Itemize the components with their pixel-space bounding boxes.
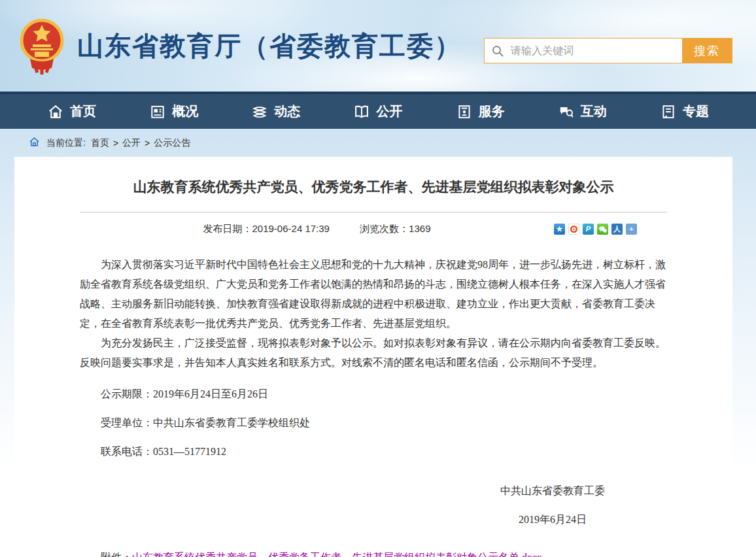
disclosure-icon xyxy=(353,103,370,120)
news-icon xyxy=(251,103,268,120)
accepting-unit-line: 受理单位：中共山东省委教育工委学校组织处 xyxy=(80,413,667,433)
contact-phone-line: 联系电话：0531—51771912 xyxy=(80,442,667,462)
notice-period-line: 公示期限：2019年6月24日至6月26日 xyxy=(80,384,667,404)
nav-item-home[interactable]: 首页 xyxy=(47,103,96,120)
share-toolbar: ★ P 人 xyxy=(554,224,637,235)
search-input[interactable] xyxy=(511,39,682,63)
share-sina-weibo-icon[interactable] xyxy=(568,224,579,235)
topics-icon xyxy=(660,103,677,120)
breadcrumb-item-notices[interactable]: 公示公告 xyxy=(154,137,190,149)
share-tencent-weibo-icon[interactable]: P xyxy=(583,224,594,235)
publish-date-label: 发布日期： xyxy=(203,223,252,234)
breadcrumb: 当前位置: 首页 > 公开 > 公示公告 xyxy=(0,129,756,157)
title-divider xyxy=(80,212,667,212)
views-label: 浏览次数： xyxy=(360,223,409,234)
nav-item-topics[interactable]: 专题 xyxy=(660,103,709,120)
attachment-label: 附件： xyxy=(101,552,132,557)
overview-icon xyxy=(149,103,166,120)
nav-item-interaction[interactable]: 互动 xyxy=(558,103,607,120)
breadcrumb-label: 当前位置: xyxy=(46,137,86,149)
breadcrumb-home-icon xyxy=(29,137,40,150)
signature-org: 中共山东省委教育工委 xyxy=(500,481,605,501)
share-more-icon[interactable]: + xyxy=(626,224,637,235)
attachment-line: 附件：山东教育系统优秀共产党员、优秀党务工作者、先进基层党组织拟表彰对象公示名单… xyxy=(80,548,667,557)
nav-item-disclosure[interactable]: 公开 xyxy=(353,103,402,120)
search-bar: 搜索 xyxy=(484,38,732,63)
site-header: 山东省教育厅（省委教育工委） 搜索 xyxy=(0,0,756,92)
publish-date: 2019-06-24 17:39 xyxy=(252,223,330,234)
signature-date: 2019年6月24日 xyxy=(500,510,605,530)
article-meta: 发布日期：2019-06-24 17:39 浏览次数：1369 ★ P xyxy=(80,223,667,235)
paragraph: 为深入贯彻落实习近平新时代中国特色社会主义思想和党的十九大精神，庆祝建党98周年… xyxy=(80,255,667,333)
national-emblem-logo xyxy=(20,16,64,76)
breadcrumb-item-home[interactable]: 首页 xyxy=(91,137,109,149)
brand: 山东省教育厅（省委教育工委） xyxy=(20,16,462,76)
paragraph: 为充分发扬民主，广泛接受监督，现将拟表彰对象予以公示。如对拟表彰对象有异议，请在… xyxy=(80,333,667,373)
share-wechat-icon[interactable] xyxy=(597,224,608,235)
views-count: 1369 xyxy=(409,223,430,234)
attachment-link[interactable]: 山东教育系统优秀共产党员、优秀党务工作者、先进基层党组织拟表彰对象公示名单.do… xyxy=(132,552,542,557)
article-title: 山东教育系统优秀共产党员、优秀党务工作者、先进基层党组织拟表彰对象公示 xyxy=(80,178,667,196)
article-body: 为深入贯彻落实习近平新时代中国特色社会主义思想和党的十九大精神，庆祝建党98周年… xyxy=(80,255,667,557)
nav-item-news[interactable]: 动态 xyxy=(251,103,300,120)
nav-item-overview[interactable]: 概况 xyxy=(149,103,198,120)
site-title: 山东省教育厅（省委教育工委） xyxy=(77,28,462,64)
service-icon xyxy=(456,103,473,120)
article-card: 山东教育系统优秀共产党员、优秀党务工作者、先进基层党组织拟表彰对象公示 发布日期… xyxy=(14,157,732,557)
signature-block: 中共山东省委教育工委 2019年6月24日 xyxy=(500,481,605,530)
main-nav: 首页 概况 动态 公开 xyxy=(0,92,756,129)
home-icon xyxy=(47,103,64,120)
nav-item-service[interactable]: 服务 xyxy=(456,103,505,120)
search-button[interactable]: 搜索 xyxy=(682,39,732,63)
search-icon xyxy=(485,39,511,63)
breadcrumb-item-disclosure[interactable]: 公开 xyxy=(122,137,141,149)
share-qzone-icon[interactable]: ★ xyxy=(554,224,565,235)
interaction-icon xyxy=(558,103,575,120)
share-renren-icon[interactable]: 人 xyxy=(611,224,623,235)
main-area: 当前位置: 首页 > 公开 > 公示公告 山东教育系统优秀共产党员、优秀党务工作… xyxy=(0,129,756,557)
